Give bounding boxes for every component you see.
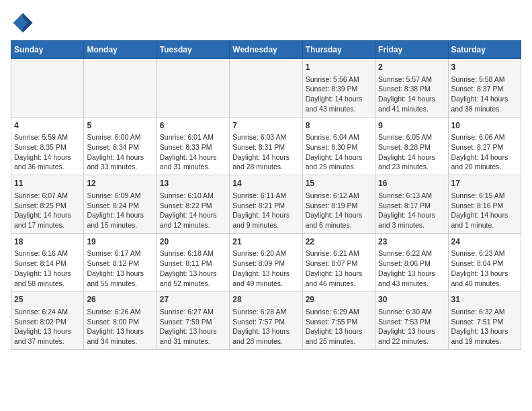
- day-number: 20: [160, 236, 226, 248]
- calendar-cell: 14Sunrise: 6:11 AM Sunset: 8:21 PM Dayli…: [230, 175, 302, 234]
- day-info: Sunrise: 6:20 AM Sunset: 8:09 PM Dayligh…: [232, 248, 299, 288]
- day-info: Sunrise: 5:59 AM Sunset: 8:35 PM Dayligh…: [14, 132, 81, 172]
- calendar-table: SundayMondayTuesdayWednesdayThursdayFrid…: [11, 40, 521, 350]
- calendar-cell: 9Sunrise: 6:05 AM Sunset: 8:28 PM Daylig…: [375, 117, 448, 175]
- calendar-cell: [84, 59, 157, 118]
- day-number: 6: [160, 120, 226, 132]
- day-number: 10: [451, 120, 518, 132]
- day-info: Sunrise: 6:11 AM Sunset: 8:21 PM Dayligh…: [232, 191, 299, 230]
- day-info: Sunrise: 6:15 AM Sunset: 8:16 PM Dayligh…: [451, 191, 518, 230]
- page-header: [11, 11, 521, 35]
- calendar-cell: [11, 59, 84, 118]
- day-number: 1: [306, 62, 372, 73]
- logo: [11, 11, 38, 35]
- calendar-cell: 30Sunrise: 6:30 AM Sunset: 7:53 PM Dayli…: [375, 291, 448, 350]
- day-info: Sunrise: 6:24 AM Sunset: 8:02 PM Dayligh…: [14, 307, 81, 347]
- day-number: 31: [451, 294, 518, 306]
- calendar-cell: 11Sunrise: 6:07 AM Sunset: 8:25 PM Dayli…: [11, 175, 84, 234]
- calendar-cell: 8Sunrise: 6:04 AM Sunset: 8:30 PM Daylig…: [302, 117, 375, 175]
- day-info: Sunrise: 6:23 AM Sunset: 8:04 PM Dayligh…: [451, 248, 518, 288]
- logo-icon: [11, 11, 35, 35]
- day-info: Sunrise: 5:57 AM Sunset: 8:38 PM Dayligh…: [378, 75, 445, 114]
- calendar-week-5: 25Sunrise: 6:24 AM Sunset: 8:02 PM Dayli…: [11, 291, 521, 350]
- day-header-wednesday: Wednesday: [230, 41, 302, 59]
- calendar-cell: [230, 59, 302, 118]
- calendar-cell: 2Sunrise: 5:57 AM Sunset: 8:38 PM Daylig…: [375, 59, 448, 118]
- calendar-cell: 23Sunrise: 6:22 AM Sunset: 8:06 PM Dayli…: [375, 233, 448, 291]
- day-number: 17: [451, 178, 518, 189]
- day-number: 19: [87, 236, 153, 248]
- day-info: Sunrise: 6:32 AM Sunset: 7:51 PM Dayligh…: [451, 307, 518, 347]
- calendar-cell: 17Sunrise: 6:15 AM Sunset: 8:16 PM Dayli…: [448, 175, 521, 234]
- day-info: Sunrise: 6:17 AM Sunset: 8:12 PM Dayligh…: [87, 248, 153, 288]
- day-number: 14: [232, 178, 299, 189]
- day-number: 15: [306, 178, 372, 189]
- calendar-cell: 18Sunrise: 6:16 AM Sunset: 8:14 PM Dayli…: [11, 233, 84, 291]
- day-number: 9: [378, 120, 445, 132]
- day-number: 28: [232, 294, 299, 306]
- calendar-cell: 16Sunrise: 6:13 AM Sunset: 8:17 PM Dayli…: [375, 175, 448, 234]
- day-info: Sunrise: 6:22 AM Sunset: 8:06 PM Dayligh…: [378, 248, 445, 288]
- calendar-cell: 31Sunrise: 6:32 AM Sunset: 7:51 PM Dayli…: [448, 291, 521, 350]
- calendar-cell: 13Sunrise: 6:10 AM Sunset: 8:22 PM Dayli…: [157, 175, 229, 234]
- calendar-week-1: 1Sunrise: 5:56 AM Sunset: 8:39 PM Daylig…: [11, 59, 521, 118]
- day-info: Sunrise: 6:10 AM Sunset: 8:22 PM Dayligh…: [160, 191, 226, 230]
- day-number: 16: [378, 178, 445, 189]
- day-number: 2: [378, 62, 445, 73]
- day-info: Sunrise: 6:18 AM Sunset: 8:11 PM Dayligh…: [160, 248, 226, 288]
- day-number: 5: [87, 120, 153, 132]
- day-info: Sunrise: 6:00 AM Sunset: 8:34 PM Dayligh…: [87, 132, 153, 172]
- calendar-cell: 26Sunrise: 6:26 AM Sunset: 8:00 PM Dayli…: [84, 291, 157, 350]
- day-info: Sunrise: 6:26 AM Sunset: 8:00 PM Dayligh…: [87, 307, 153, 347]
- day-number: 24: [451, 236, 518, 248]
- day-number: 11: [14, 178, 81, 189]
- day-number: 29: [306, 294, 372, 306]
- day-header-tuesday: Tuesday: [157, 41, 229, 59]
- calendar-cell: 27Sunrise: 6:27 AM Sunset: 7:59 PM Dayli…: [157, 291, 229, 350]
- day-info: Sunrise: 6:28 AM Sunset: 7:57 PM Dayligh…: [232, 307, 299, 347]
- calendar-cell: 4Sunrise: 5:59 AM Sunset: 8:35 PM Daylig…: [11, 117, 84, 175]
- day-number: 26: [87, 294, 153, 306]
- calendar-cell: 19Sunrise: 6:17 AM Sunset: 8:12 PM Dayli…: [84, 233, 157, 291]
- calendar-cell: 12Sunrise: 6:09 AM Sunset: 8:24 PM Dayli…: [84, 175, 157, 234]
- day-info: Sunrise: 6:06 AM Sunset: 8:27 PM Dayligh…: [451, 132, 518, 172]
- calendar-cell: 21Sunrise: 6:20 AM Sunset: 8:09 PM Dayli…: [230, 233, 302, 291]
- calendar-cell: 15Sunrise: 6:12 AM Sunset: 8:19 PM Dayli…: [302, 175, 375, 234]
- day-info: Sunrise: 6:03 AM Sunset: 8:31 PM Dayligh…: [232, 132, 299, 172]
- calendar-cell: [157, 59, 229, 118]
- calendar-header-row: SundayMondayTuesdayWednesdayThursdayFrid…: [11, 41, 521, 59]
- day-header-friday: Friday: [375, 41, 448, 59]
- day-number: 27: [160, 294, 226, 306]
- day-number: 21: [232, 236, 299, 248]
- calendar-cell: 20Sunrise: 6:18 AM Sunset: 8:11 PM Dayli…: [157, 233, 229, 291]
- calendar-week-2: 4Sunrise: 5:59 AM Sunset: 8:35 PM Daylig…: [11, 117, 521, 175]
- day-number: 3: [451, 62, 518, 73]
- calendar-cell: 10Sunrise: 6:06 AM Sunset: 8:27 PM Dayli…: [448, 117, 521, 175]
- day-info: Sunrise: 6:13 AM Sunset: 8:17 PM Dayligh…: [378, 191, 445, 230]
- calendar-cell: 5Sunrise: 6:00 AM Sunset: 8:34 PM Daylig…: [84, 117, 157, 175]
- day-number: 4: [14, 120, 81, 132]
- calendar-cell: 25Sunrise: 6:24 AM Sunset: 8:02 PM Dayli…: [11, 291, 84, 350]
- calendar-cell: 28Sunrise: 6:28 AM Sunset: 7:57 PM Dayli…: [230, 291, 302, 350]
- day-info: Sunrise: 6:29 AM Sunset: 7:55 PM Dayligh…: [306, 307, 372, 347]
- day-info: Sunrise: 6:21 AM Sunset: 8:07 PM Dayligh…: [306, 248, 372, 288]
- day-number: 25: [14, 294, 81, 306]
- calendar-cell: 7Sunrise: 6:03 AM Sunset: 8:31 PM Daylig…: [230, 117, 302, 175]
- day-info: Sunrise: 6:01 AM Sunset: 8:33 PM Dayligh…: [160, 132, 226, 172]
- day-info: Sunrise: 6:07 AM Sunset: 8:25 PM Dayligh…: [14, 191, 81, 230]
- calendar-cell: 29Sunrise: 6:29 AM Sunset: 7:55 PM Dayli…: [302, 291, 375, 350]
- day-info: Sunrise: 6:09 AM Sunset: 8:24 PM Dayligh…: [87, 191, 153, 230]
- day-number: 23: [378, 236, 445, 248]
- day-header-monday: Monday: [84, 41, 157, 59]
- day-info: Sunrise: 6:05 AM Sunset: 8:28 PM Dayligh…: [378, 132, 445, 172]
- calendar-cell: 1Sunrise: 5:56 AM Sunset: 8:39 PM Daylig…: [302, 59, 375, 118]
- calendar-week-3: 11Sunrise: 6:07 AM Sunset: 8:25 PM Dayli…: [11, 175, 521, 234]
- day-info: Sunrise: 6:04 AM Sunset: 8:30 PM Dayligh…: [306, 132, 372, 172]
- day-info: Sunrise: 6:12 AM Sunset: 8:19 PM Dayligh…: [306, 191, 372, 230]
- day-number: 30: [378, 294, 445, 306]
- day-number: 22: [306, 236, 372, 248]
- day-info: Sunrise: 6:16 AM Sunset: 8:14 PM Dayligh…: [14, 248, 81, 288]
- day-info: Sunrise: 6:30 AM Sunset: 7:53 PM Dayligh…: [378, 307, 445, 347]
- day-info: Sunrise: 6:27 AM Sunset: 7:59 PM Dayligh…: [160, 307, 226, 347]
- day-number: 8: [306, 120, 372, 132]
